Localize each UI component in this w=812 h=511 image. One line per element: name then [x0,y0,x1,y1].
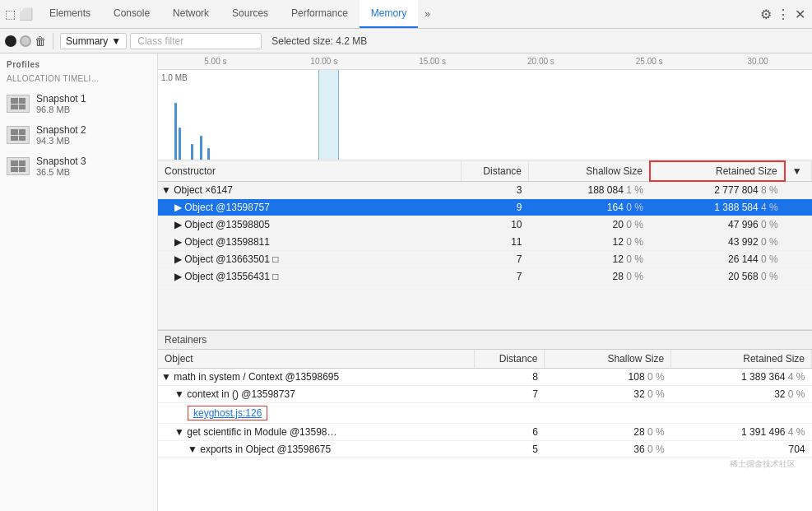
ret-row-3[interactable]: ▼ get scientific in Module @13598… 6 28 … [158,424,812,441]
cell-retained-2: 47 996 0 % [650,216,785,234]
sidebar: Profiles ALLOCATION TIMELI… Snapshot 1 9… [0,53,158,511]
table-row-0[interactable]: ▼ Object ×6147 3 188 084 1 % 2 777 804 8… [158,181,812,199]
settings-icon[interactable]: ⚙ [760,7,772,22]
top-bar-right-controls: ⚙ ⋮ ✕ [760,7,812,22]
snapshot-item-1[interactable]: Snapshot 1 96.8 MB [0,88,157,119]
ret-cell-object-3: ▼ get scientific in Module @13598… [158,424,474,441]
cell-constructor-0: ▼ Object ×6147 [158,181,462,199]
tab-sources[interactable]: Sources [220,0,280,28]
retainers-table: Object Distance Shallow Size Retained Si… [158,350,812,458]
cell-sort-4 [785,251,812,268]
devtools-controls: ⬚ ⬜ [0,7,38,21]
retainers-section: Retainers Object Distance Shallow Size R… [158,330,812,511]
constructor-table: Constructor Distance Shallow Size Retain… [158,160,812,286]
timeline-ruler: 5.00 s 10.00 s 15.00 s 20.00 s 25.00 s 3… [158,53,812,70]
stop-button[interactable] [20,35,31,47]
class-filter-input[interactable]: Class filter [130,33,262,49]
col-header-constructor[interactable]: Constructor [158,161,462,181]
more-options-icon[interactable]: ⋮ [777,7,790,22]
ret-col-header-distance[interactable]: Distance [474,350,544,369]
table-row-2[interactable]: ▶ Object @13598805 10 20 0 % 47 996 0 % [158,216,812,234]
ret-cell-retained-1: 32 0 % [671,386,812,403]
ret-col-header-retained[interactable]: Retained Size [671,350,812,369]
timeline-content[interactable]: 1.0 MB [158,70,812,160]
col-header-retained[interactable]: Retained Size [650,161,785,181]
cell-retained-3: 43 992 0 % [650,234,785,251]
snapshot-item-3[interactable]: Snapshot 3 36.5 MB [0,151,157,182]
cell-constructor-5: ▶ Object @13556431 □ [158,268,462,286]
more-tabs-button[interactable]: » [418,8,437,20]
cursor-icon[interactable]: ⬚ [5,7,16,21]
box-icon[interactable]: ⬜ [19,7,33,21]
tab-console[interactable]: Console [102,0,161,28]
ret-cell-distance-4: 5 [474,441,544,458]
cell-sort-0 [785,181,812,199]
col-header-sort[interactable]: ▼ [785,161,812,181]
ret-cell-shallow-2 [545,403,671,424]
retainers-header: Retainers [158,331,812,350]
cell-distance-4: 7 [462,251,529,268]
snapshot-item-2[interactable]: Snapshot 2 94.3 MB [0,119,157,151]
ret-row-2[interactable]: keyghost.js:126 [158,403,812,424]
cell-retained-5: 20 568 0 % [650,268,785,286]
table-row-3[interactable]: ▶ Object @13598811 11 12 0 % 43 992 0 % [158,234,812,251]
ret-cell-object-1: ▼ context in () @13598737 [158,386,474,403]
ret-cell-shallow-3: 28 0 % [545,424,671,441]
cell-shallow-2: 20 0 % [528,216,649,234]
cell-constructor-4: ▶ Object @13663501 □ [158,251,462,268]
tab-network[interactable]: Network [161,0,220,28]
ret-cell-object-0: ▼ math in system / Context @13598695 [158,369,474,386]
table-row-1[interactable]: ▶ Object @13598757 9 164 0 % 1 388 584 4… [158,199,812,216]
timeline-bar-4 [200,136,202,160]
snapshot-icon-3 [7,157,30,175]
cell-distance-0: 3 [462,181,529,199]
tab-memory[interactable]: Memory [360,0,418,28]
ret-cell-object-4: ▼ exports in Object @13598675 [158,441,474,458]
cell-constructor-2: ▶ Object @13598805 [158,216,462,234]
ret-row-4[interactable]: ▼ exports in Object @13598675 5 36 0 % 7… [158,441,812,458]
selected-size-label: Selected size: 4.2 MB [271,35,367,47]
summary-dropdown[interactable]: Summary ▼ [60,33,127,49]
ruler-tick-6: 30.00 [703,57,812,66]
cell-shallow-4: 12 0 % [528,251,649,268]
timeline-area: 5.00 s 10.00 s 15.00 s 20.00 s 25.00 s 3… [158,53,812,160]
ret-col-header-shallow[interactable]: Shallow Size [545,350,671,369]
link-keyghost[interactable]: keyghost.js:126 [188,406,267,420]
snapshot-icon-1 [7,95,30,113]
cell-shallow-5: 28 0 % [528,268,649,286]
tab-performance[interactable]: Performance [280,0,360,28]
table-row-5[interactable]: ▶ Object @13556431 □ 7 28 0 % 20 568 0 % [158,268,812,286]
ret-cell-distance-2 [474,403,544,424]
ret-cell-retained-3: 1 391 496 4 % [671,424,812,441]
close-icon[interactable]: ✕ [795,7,805,22]
watermark: 稀土掘金技术社区 [158,458,804,470]
cell-shallow-3: 12 0 % [528,234,649,251]
constructor-table-section: Constructor Distance Shallow Size Retain… [158,160,812,330]
cell-shallow-1: 164 0 % [528,199,649,216]
clear-button[interactable]: 🗑 [35,35,46,48]
ret-row-0[interactable]: ▼ math in system / Context @13598695 8 1… [158,369,812,386]
cell-retained-1: 1 388 584 4 % [650,199,785,216]
table-row-4[interactable]: ▶ Object @13663501 □ 7 12 0 % 26 144 0 % [158,251,812,268]
nav-tabs: Elements Console Network Sources Perform… [38,0,418,28]
allocation-label: ALLOCATION TIMELI… [0,72,157,88]
cell-sort-5 [785,268,812,286]
ret-cell-object-2: keyghost.js:126 [158,403,474,424]
ruler-tick-4: 20.00 s [486,57,595,66]
col-header-shallow[interactable]: Shallow Size [528,161,649,181]
record-button[interactable] [5,35,16,47]
snapshot-icon-2 [7,126,30,144]
ret-cell-distance-1: 7 [474,386,544,403]
snapshot-info-1: Snapshot 1 96.8 MB [36,93,86,114]
timeline-bar-2 [179,128,181,160]
ret-col-header-object[interactable]: Object [158,350,474,369]
ret-row-1[interactable]: ▼ context in () @13598737 7 32 0 % 32 0 … [158,386,812,403]
col-header-distance[interactable]: Distance [462,161,529,181]
main-layout: Profiles ALLOCATION TIMELI… Snapshot 1 9… [0,53,812,511]
tab-elements[interactable]: Elements [38,0,102,28]
ret-cell-retained-4: 704 [671,441,812,458]
cell-sort-2 [785,216,812,234]
snapshot-info-3: Snapshot 3 36.5 MB [36,156,86,177]
timeline-bars [158,86,812,160]
profiles-header: Profiles [0,53,157,72]
